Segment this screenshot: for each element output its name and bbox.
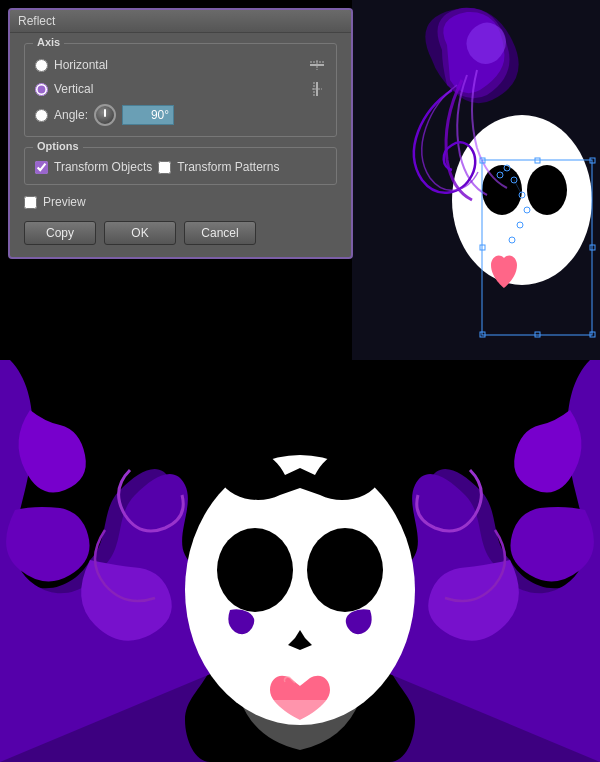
transform-patterns-checkbox[interactable] [158, 161, 171, 174]
dialog-title: Reflect [18, 14, 55, 28]
vertical-icon [308, 80, 326, 98]
axis-group-label: Axis [33, 36, 64, 48]
cancel-button[interactable]: Cancel [184, 221, 256, 245]
svg-point-25 [307, 528, 383, 612]
button-row: Copy OK Cancel [24, 221, 337, 245]
options-group-label: Options [33, 140, 83, 152]
horizontal-row: Horizontal [35, 56, 326, 74]
angle-dial[interactable] [94, 104, 116, 126]
angle-row: Angle: [35, 104, 326, 126]
copy-button[interactable]: Copy [24, 221, 96, 245]
transform-objects-row: Transform Objects Transform Patterns [35, 160, 326, 174]
illustrator-canvas [352, 0, 600, 360]
angle-input[interactable] [122, 105, 174, 125]
horizontal-label[interactable]: Horizontal [54, 58, 302, 72]
transform-objects-checkbox[interactable] [35, 161, 48, 174]
transform-patterns-label[interactable]: Transform Patterns [177, 160, 279, 174]
svg-point-23 [185, 455, 415, 725]
dialog-body: Axis Horizontal Vertical [10, 33, 351, 257]
transform-objects-label[interactable]: Transform Objects [54, 160, 152, 174]
svg-point-24 [217, 528, 293, 612]
svg-point-1 [452, 115, 592, 285]
main-artwork [0, 360, 600, 762]
horizontal-radio[interactable] [35, 59, 48, 72]
svg-point-3 [527, 165, 567, 215]
angle-label[interactable]: Angle: [54, 108, 88, 122]
vertical-row: Vertical [35, 80, 326, 98]
preview-checkbox[interactable] [24, 196, 37, 209]
dialog-titlebar[interactable]: Reflect [10, 10, 351, 33]
vertical-radio[interactable] [35, 83, 48, 96]
reflect-dialog: Reflect Axis Horizontal Ve [8, 8, 353, 259]
preview-label[interactable]: Preview [43, 195, 86, 209]
angle-radio[interactable] [35, 109, 48, 122]
vertical-label[interactable]: Vertical [54, 82, 302, 96]
axis-group: Axis Horizontal Vertical [24, 43, 337, 137]
ok-button[interactable]: OK [104, 221, 176, 245]
skull-artwork [0, 360, 600, 762]
canvas-artwork [352, 0, 600, 360]
horizontal-icon [308, 56, 326, 74]
preview-row: Preview [24, 195, 337, 209]
options-group: Options Transform Objects Transform Patt… [24, 147, 337, 185]
